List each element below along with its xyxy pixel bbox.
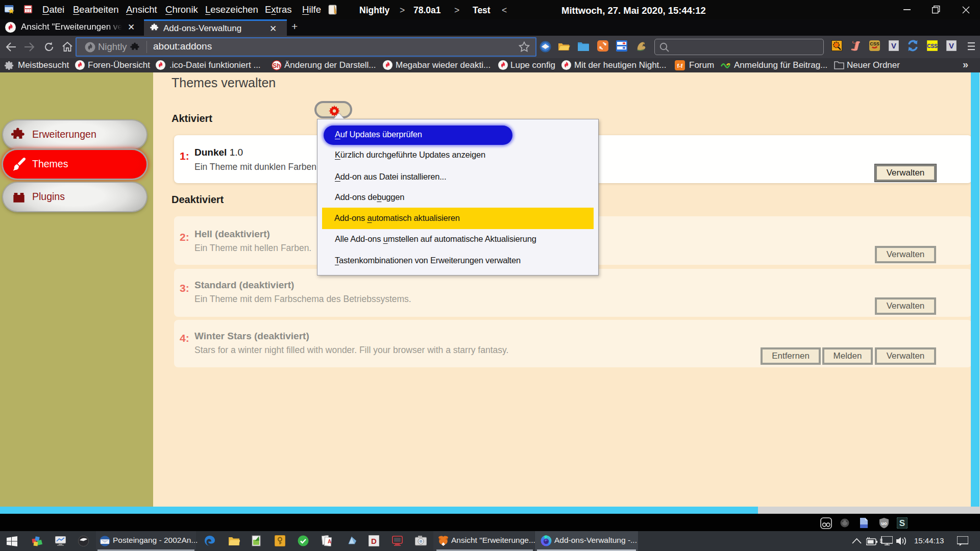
svg-text:Sh: Sh — [273, 62, 280, 69]
svg-text:V: V — [891, 41, 896, 50]
svg-text:uo: uo — [881, 521, 887, 526]
svg-text:D: D — [371, 537, 377, 545]
svg-text:V: V — [949, 41, 954, 50]
svg-text:CSS: CSS — [870, 41, 879, 46]
svg-text:A: A — [328, 539, 331, 544]
svg-text:S: S — [899, 518, 905, 528]
svg-text:f-f: f-f — [677, 63, 683, 69]
svg-text:CSS: CSS — [927, 43, 938, 49]
